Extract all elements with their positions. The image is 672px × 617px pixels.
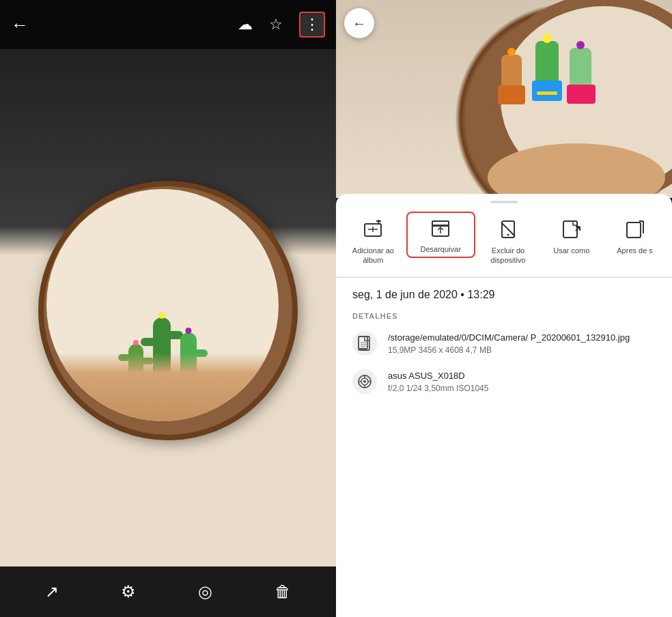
- right-photo-hoop-svg: [481, 0, 672, 198]
- left-bottom-bar: ↗ ⚙ ◎ 🗑: [0, 566, 336, 617]
- use-as-action[interactable]: Usar como: [540, 214, 603, 258]
- delete-button[interactable]: 🗑: [275, 582, 291, 601]
- back-button[interactable]: ←: [11, 14, 29, 35]
- photo-background: [0, 0, 336, 566]
- delete-device-action[interactable]: Excluir do dispositivo: [477, 214, 540, 268]
- right-top-photo-content: [336, 0, 672, 198]
- camera-icon: [352, 369, 377, 394]
- cactus2-arm-left: [141, 338, 154, 346]
- apres-action[interactable]: Apres de s: [603, 214, 667, 258]
- apres-icon: [623, 217, 647, 242]
- svg-rect-6: [537, 91, 557, 95]
- add-album-label: Adicionar ao álbum: [343, 246, 404, 266]
- delete-device-svg: [499, 220, 518, 239]
- right-panel: ← Adicionar ao álbum: [336, 0, 672, 617]
- file-detail-row: /storage/emulated/0/DCIM/Camera/ P_20200…: [352, 331, 656, 356]
- file-path: /storage/emulated/0/DCIM/Camera/ P_20200…: [388, 331, 656, 345]
- unarchive-action[interactable]: Desarquivar: [406, 212, 475, 258]
- date-text: seg, 1 de jun de 2020 • 13:29: [352, 289, 656, 301]
- svg-rect-28: [627, 223, 641, 238]
- svg-rect-3: [498, 85, 525, 104]
- file-icon: [352, 331, 377, 356]
- svg-point-22: [507, 234, 509, 236]
- svg-rect-7: [570, 48, 591, 89]
- svg-point-10: [542, 33, 552, 43]
- embroidery-hoop: [38, 181, 298, 440]
- left-top-icons: ☁ ☆ ⋮: [238, 12, 325, 38]
- info-section: seg, 1 de jun de 2020 • 13:29 DETALHES /…: [336, 278, 672, 418]
- right-back-icon: ←: [352, 16, 366, 31]
- camera-svg: [357, 374, 372, 389]
- action-row: Adicionar ao álbum Desarquivar: [336, 203, 672, 277]
- svg-rect-2: [501, 55, 522, 89]
- apres-label: Apres de s: [617, 246, 653, 255]
- lens-button[interactable]: ◎: [198, 582, 212, 601]
- left-panel: ← ☁ ☆ ⋮: [0, 0, 336, 617]
- bottom-sheet: Adicionar ao álbum Desarquivar: [336, 194, 672, 617]
- camera-model: asus ASUS_X018D: [388, 369, 656, 383]
- left-top-bar: ← ☁ ☆ ⋮: [0, 0, 336, 49]
- add-to-album-icon: [361, 217, 385, 242]
- cactus1-flower: [133, 340, 139, 345]
- delete-device-label: Excluir do dispositivo: [478, 246, 539, 266]
- use-as-icon: [559, 217, 584, 242]
- main-photo: [0, 0, 336, 566]
- more-options-button[interactable]: ⋮: [299, 12, 325, 38]
- file-specs: 15,9MP 3456 x 4608 4,7 MB: [388, 345, 656, 355]
- cactus3-flower: [186, 328, 192, 334]
- right-top-photo: ←: [336, 0, 672, 198]
- use-as-label: Usar como: [553, 246, 589, 255]
- svg-point-11: [576, 41, 585, 49]
- add-album-svg: [363, 220, 382, 239]
- upload-icon[interactable]: ☁: [238, 16, 253, 33]
- share-button[interactable]: ↗: [45, 582, 59, 601]
- delete-device-icon: [496, 217, 520, 242]
- svg-point-38: [363, 380, 366, 383]
- svg-point-9: [507, 48, 516, 56]
- star-icon[interactable]: ☆: [269, 16, 283, 33]
- camera-detail-row: asus ASUS_X018D f/2,0 1/24 3,50mm ISO104…: [352, 369, 656, 394]
- details-label: DETALHES: [352, 312, 656, 320]
- camera-specs: f/2,0 1/24 3,50mm ISO1045: [388, 384, 656, 393]
- unarchive-icon: [428, 216, 453, 240]
- right-back-button[interactable]: ←: [344, 8, 374, 38]
- file-svg: [357, 336, 372, 351]
- cactus2-flower: [158, 312, 165, 319]
- unarchive-label: Desarquivar: [421, 244, 461, 254]
- add-to-album-action[interactable]: Adicionar ao álbum: [341, 214, 405, 268]
- camera-detail-text: asus ASUS_X018D f/2,0 1/24 3,50mm ISO104…: [388, 369, 656, 394]
- use-as-svg: [562, 220, 581, 239]
- hoop-inner: [46, 189, 279, 421]
- svg-rect-8: [567, 85, 596, 104]
- svg-rect-4: [535, 41, 559, 85]
- file-detail-text: /storage/emulated/0/DCIM/Camera/ P_20200…: [388, 331, 656, 356]
- edit-button[interactable]: ⚙: [121, 582, 136, 601]
- svg-rect-5: [532, 81, 562, 101]
- apres-svg: [626, 220, 645, 239]
- svg-rect-24: [563, 221, 577, 238]
- unarchive-svg: [431, 218, 450, 238]
- hand-area: [46, 353, 279, 421]
